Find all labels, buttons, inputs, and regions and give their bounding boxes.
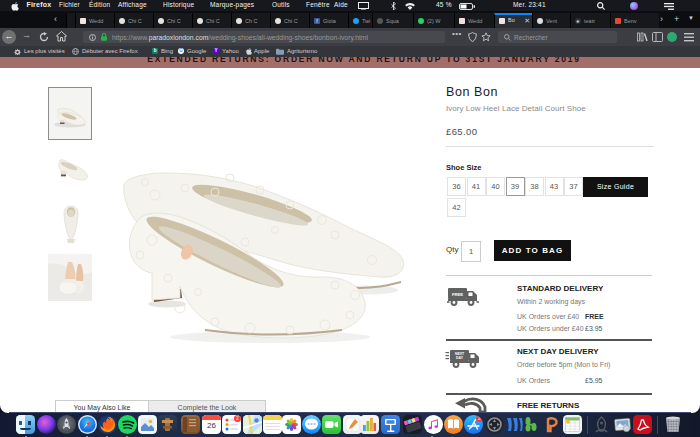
svg-text:DAY: DAY [456,356,464,360]
svg-text:FREE: FREE [452,292,463,297]
